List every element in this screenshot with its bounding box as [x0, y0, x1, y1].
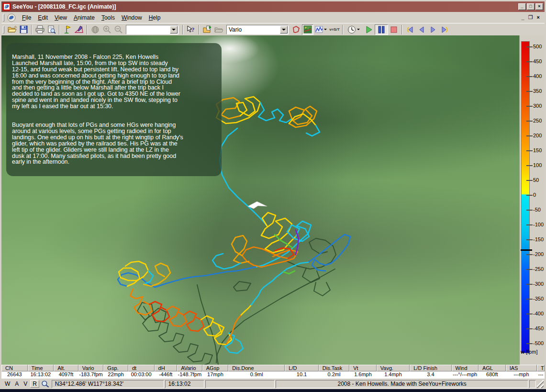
mode-vario-toggle[interactable]: V [21, 381, 30, 387]
graph-view-button[interactable] [313, 24, 329, 35]
colorbar-tick [526, 210, 533, 211]
import-button[interactable] [201, 24, 213, 35]
waypoint-button[interactable] [62, 24, 73, 35]
export-button-disabled[interactable] [213, 24, 224, 35]
pause-button[interactable] [375, 24, 388, 35]
colorbar-tick-label: -300 [533, 281, 544, 287]
colorbar-tick [526, 76, 533, 77]
statusbar-magnifier-icon[interactable] [41, 380, 49, 388]
databar-header-gsp-: Gsp. [103, 365, 128, 371]
vario-colorbar-panel: 500450400350300250200150100500-50-100-15… [519, 35, 545, 365]
print-button[interactable] [34, 24, 45, 35]
menu-bar-items: FileEditViewAnimateToolsWindowHelp [19, 13, 164, 22]
step-back-icon [418, 26, 425, 33]
go-last-button[interactable] [439, 24, 450, 35]
databar-value-dh: -446ft [154, 371, 177, 378]
colorbar-tick-label: -50 [533, 207, 541, 213]
mdi-restore-button[interactable]: ❐ [528, 14, 533, 21]
go-first-button[interactable] [404, 24, 416, 35]
open-button[interactable] [6, 24, 18, 35]
databar-value-agsp: 17mph [202, 371, 229, 378]
print-preview-button[interactable] [45, 24, 57, 35]
mode-wind-toggle[interactable]: W [2, 381, 12, 387]
databar-value-vt: 1.6mph [349, 371, 377, 378]
stop-button[interactable] [388, 24, 400, 35]
measure-button[interactable] [73, 24, 85, 35]
step-back-button[interactable] [416, 24, 427, 35]
flight-comment-overlay: Marshall, 11 November 2008 - Falcon 225,… [6, 43, 222, 176]
colorbar-current-value-marker [521, 249, 532, 251]
speed-view-button[interactable]: v=S/T [329, 24, 340, 35]
mdi-close-button[interactable]: × [537, 14, 540, 21]
skip-to-start-icon [406, 26, 414, 33]
mode-airspace-toggle[interactable]: A [12, 381, 21, 387]
colorbar-tick-label: 250 [533, 118, 542, 123]
colorbar-tick-label: -350 [533, 296, 544, 302]
zoom-in-button-disabled[interactable] [101, 24, 112, 35]
databar-header-alt-: Alt. [54, 365, 78, 371]
scale-combobox-arrow[interactable] [170, 26, 178, 34]
menubar-grip[interactable] [3, 14, 4, 22]
databar-value-agl: 680ft [479, 371, 506, 378]
play-icon [366, 26, 373, 34]
databar-header-dis-done: Dis.Done [228, 365, 285, 371]
colorbar-tick [526, 254, 533, 255]
status-bar: W A V R N34°12.486' W117°18.342' 16:13:0… [1, 378, 545, 389]
step-forward-button[interactable] [427, 24, 439, 35]
color-by-combobox-arrow[interactable] [280, 26, 288, 34]
folder-export-icon [214, 25, 223, 34]
scale-combobox[interactable] [126, 25, 178, 34]
close-button[interactable]: × [535, 3, 543, 10]
databar-header-cn: CN [1, 365, 28, 371]
window-title: SeeYou - [20081108_FC.igc (Animate)] [12, 3, 518, 10]
menu-help[interactable]: Help [145, 13, 164, 22]
globe-button-disabled[interactable] [89, 24, 101, 35]
statusbar-credit: 2008 - Ken Howells. Made with SeeYou+Fir… [276, 380, 528, 388]
skip-to-end-icon [441, 26, 448, 33]
stop-icon [390, 26, 397, 33]
minimize-button[interactable]: _ [518, 3, 526, 10]
menu-animate[interactable]: Animate [70, 13, 98, 22]
app-icon [3, 3, 11, 11]
graph-dropdown-arrow[interactable] [323, 25, 328, 34]
menu-window[interactable]: Window [118, 13, 145, 22]
zoom-out-icon [114, 25, 123, 34]
menu-view[interactable]: View [51, 13, 70, 22]
animate-rate-button[interactable] [345, 24, 363, 35]
map-viewport[interactable]: Marshall, 11 November 2008 - Falcon 225,… [1, 35, 519, 365]
toolbar-grip[interactable] [3, 26, 4, 34]
colorbar-tick [526, 314, 533, 314]
databar-header-vt: Vt [349, 365, 377, 371]
databar-header-vario: Vario [78, 365, 104, 371]
maximize-button[interactable]: □ [527, 3, 535, 10]
rate-dropdown-arrow[interactable] [356, 25, 361, 34]
menu-tools[interactable]: Tools [98, 13, 118, 22]
context-help-button[interactable]: ? [185, 24, 197, 35]
save-button[interactable] [18, 24, 29, 35]
app-window: SeeYou - [20081108_FC.igc (Animate)] _ □… [0, 0, 546, 392]
color-by-combobox[interactable]: Vario [226, 25, 289, 34]
menu-edit[interactable]: Edit [34, 13, 51, 22]
speed-formula-icon: v=S/T [329, 28, 340, 32]
colorbar-tick-label: 300 [533, 103, 542, 109]
colorbar-tick-label: 200 [533, 133, 542, 138]
colorbar-tick-label: 100 [533, 162, 542, 168]
databar-header-ias: IAS [506, 365, 537, 371]
toolbar: ? Vario [1, 23, 545, 35]
seeyou-logo-icon [7, 13, 16, 22]
databar-value-wind: ---°/---mph [452, 371, 479, 378]
title-bar[interactable]: SeeYou - [20081108_FC.igc (Animate)] _ □… [1, 1, 545, 12]
play-button[interactable] [363, 24, 375, 35]
databar-values: 2664316:13:024097ft-183.7fpm22mph00:03:0… [1, 371, 545, 378]
map-3d-view-button[interactable] [302, 24, 313, 35]
databar-value-dt: 00:03:00 [128, 371, 155, 378]
globe-icon [91, 26, 99, 34]
resize-grip[interactable] [537, 380, 544, 388]
databar-value-vario: -183.7fpm [78, 371, 104, 378]
mode-r-toggle[interactable]: R [30, 380, 39, 388]
menu-file[interactable]: File [19, 13, 34, 22]
zoom-out-button-disabled[interactable] [112, 24, 124, 35]
glider-symbol [248, 202, 267, 209]
route-view-button[interactable] [290, 24, 302, 35]
mdi-minimize-button[interactable]: _ [522, 14, 524, 21]
